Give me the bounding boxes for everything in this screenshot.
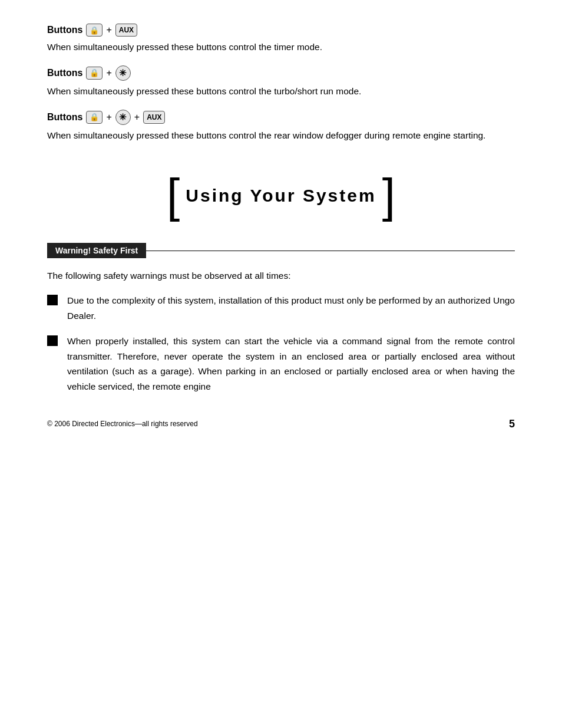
buttons-star-aux-label: Buttons 🔒 + ✳ + AUX: [47, 110, 515, 125]
plus-3: +: [106, 112, 111, 123]
bullet-item-1: Due to the complexity of this system, in…: [47, 293, 515, 323]
page-content: Buttons 🔒 + AUX When simultaneously pres…: [47, 24, 515, 430]
bullet-list: Due to the complexity of this system, in…: [47, 293, 515, 394]
buttons-star-aux-description: When simultaneously pressed these button…: [47, 129, 515, 143]
buttons-aux-description: When simultaneously pressed these button…: [47, 40, 515, 55]
buttons-aux-section: Buttons 🔒 + AUX When simultaneously pres…: [47, 24, 515, 55]
warning-bar: Warning! Safety First: [47, 243, 146, 258]
buttons-text-2: Buttons: [47, 68, 82, 78]
bullet-square-2: [47, 335, 58, 346]
bracket-right: ]: [382, 172, 395, 219]
lock-icon-3: 🔒: [86, 111, 103, 124]
buttons-text-1: Buttons: [47, 25, 82, 35]
star-icon-1: ✳: [115, 65, 131, 81]
buttons-star-description: When simultaneously pressed these button…: [47, 84, 515, 99]
bullet-text-1: Due to the complexity of this system, in…: [67, 293, 515, 323]
footer: © 2006 Directed Electronics—all rights r…: [47, 418, 515, 430]
buttons-star-aux-section: Buttons 🔒 + ✳ + AUX When simultaneously …: [47, 110, 515, 143]
lock-icon-2: 🔒: [86, 67, 103, 80]
bullet-text-2: When properly installed, this system can…: [67, 334, 515, 394]
lock-icon-1: 🔒: [86, 24, 103, 37]
star-icon-2: ✳: [115, 110, 131, 125]
warning-header-row: Warning! Safety First: [47, 243, 515, 258]
footer-page-number: 5: [509, 418, 515, 430]
bracket-left: [: [167, 172, 180, 219]
aux-icon-2: AUX: [143, 111, 165, 124]
plus-2: +: [106, 68, 111, 78]
section-title: Using Your System: [186, 186, 376, 206]
section-title-box: [ Using Your System ]: [47, 172, 515, 219]
buttons-star-label: Buttons 🔒 + ✳: [47, 65, 515, 81]
buttons-aux-label: Buttons 🔒 + AUX: [47, 24, 515, 37]
plus-1: +: [106, 25, 111, 35]
aux-icon-1: AUX: [115, 24, 137, 37]
plus-4: +: [134, 112, 140, 123]
warning-divider-line: [146, 251, 515, 252]
bullet-item-2: When properly installed, this system can…: [47, 334, 515, 394]
footer-copyright: © 2006 Directed Electronics—all rights r…: [47, 420, 198, 428]
warning-section: Warning! Safety First The following safe…: [47, 243, 515, 394]
warning-intro: The following safety warnings must be ob…: [47, 269, 515, 284]
buttons-text-3: Buttons: [47, 112, 82, 123]
buttons-star-section: Buttons 🔒 + ✳ When simultaneously presse…: [47, 65, 515, 99]
bullet-square-1: [47, 295, 58, 305]
